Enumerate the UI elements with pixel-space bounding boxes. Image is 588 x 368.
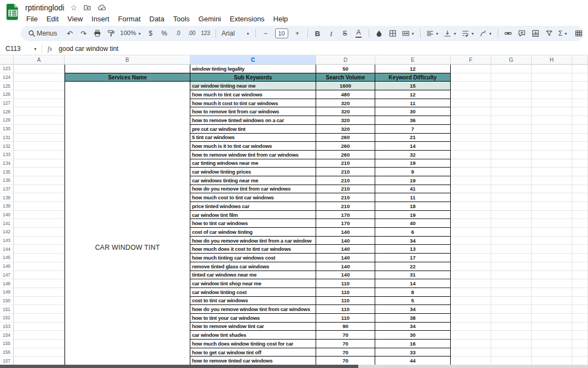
cell-A[interactable] (14, 107, 65, 116)
row-header[interactable]: 135 (0, 168, 14, 176)
cell-keyword[interactable]: how much cost to tint car windows (190, 193, 316, 202)
cell-keyword[interactable]: how to remove tinted windows on a car (190, 116, 316, 125)
cell-G[interactable] (491, 65, 532, 73)
menu-file[interactable]: File (22, 13, 42, 24)
text-color-button[interactable]: A (353, 27, 365, 39)
cell-partial[interactable] (572, 168, 588, 176)
row-header[interactable]: 152 (0, 314, 14, 323)
cell-volume[interactable]: 210 (316, 159, 375, 168)
cell-keyword[interactable]: how to get car window tint off (190, 348, 316, 357)
cell-F[interactable] (451, 340, 491, 348)
row-header[interactable]: 134 (0, 159, 14, 168)
row-header[interactable]: 138 (0, 193, 14, 202)
cell-G[interactable] (491, 262, 532, 271)
cell-G[interactable] (491, 245, 532, 254)
cell-volume[interactable]: 110 (316, 297, 375, 306)
row-header[interactable]: 151 (0, 305, 14, 314)
cell-difficulty[interactable]: 14 (375, 142, 451, 151)
cell-H[interactable] (532, 90, 572, 99)
row-header[interactable]: 131 (0, 134, 14, 142)
row-header[interactable]: 132 (0, 142, 14, 151)
cell-G[interactable] (491, 193, 532, 202)
menu-tools[interactable]: Tools (168, 13, 194, 24)
cell-F[interactable] (451, 357, 491, 365)
cell-F[interactable] (451, 245, 491, 254)
cell-keyword[interactable]: how do you remove window tint from a car… (190, 237, 316, 245)
cell-difficulty[interactable]: 17 (375, 254, 451, 262)
column-header-H[interactable]: H (532, 55, 572, 65)
cell-difficulty[interactable]: 11 (375, 193, 451, 202)
cell-F[interactable] (451, 73, 491, 82)
cell-G[interactable] (491, 340, 532, 348)
cell-services-name-header[interactable]: Services Name (65, 73, 190, 82)
cell-F[interactable] (451, 211, 491, 220)
cell-partial[interactable] (572, 193, 588, 202)
cell-partial[interactable] (572, 340, 588, 348)
cell-keyword[interactable]: how much it cost to tint car windows (190, 99, 316, 108)
cell-A[interactable] (14, 211, 65, 220)
cell-partial[interactable] (572, 271, 588, 280)
row-header[interactable]: 127 (0, 99, 14, 108)
cell-B[interactable] (65, 65, 190, 73)
cell-keyword[interactable]: how much tinting car windows cost (190, 254, 316, 262)
cell-difficulty[interactable]: 36 (375, 116, 451, 125)
menu-data[interactable]: Data (145, 13, 168, 24)
cell-H[interactable] (532, 305, 572, 314)
cell-partial[interactable] (572, 142, 588, 151)
row-header[interactable]: 126 (0, 90, 14, 99)
row-header[interactable]: 141 (0, 219, 14, 228)
cell-volume[interactable]: 140 (316, 228, 375, 237)
cell-H[interactable] (532, 185, 572, 194)
cell-partial[interactable] (572, 245, 588, 254)
cell-partial[interactable] (572, 314, 588, 323)
cell-partial[interactable] (572, 219, 588, 228)
cell-volume[interactable]: 260 (316, 134, 375, 142)
menu-view[interactable]: View (63, 13, 87, 24)
cell-partial[interactable] (572, 176, 588, 185)
increase-font-size-button[interactable]: + (292, 27, 304, 39)
cell-G[interactable] (491, 99, 532, 108)
cell-partial[interactable] (572, 262, 588, 271)
row-header[interactable]: 144 (0, 245, 14, 254)
cell-H[interactable] (532, 193, 572, 202)
cell-keyword[interactable]: price tinted windows car (190, 202, 316, 211)
cell-G[interactable] (491, 254, 532, 262)
cell-volume[interactable]: 110 (316, 279, 375, 288)
cell-volume[interactable]: 320 (316, 116, 375, 125)
cell-A[interactable] (14, 288, 65, 297)
format-percent-button[interactable]: % (158, 27, 170, 39)
cell-F[interactable] (451, 297, 491, 306)
cell-F[interactable] (451, 279, 491, 288)
cell-volume[interactable]: 210 (316, 202, 375, 211)
borders-button[interactable] (387, 27, 399, 39)
cell-difficulty[interactable]: 14 (375, 279, 451, 288)
merged-service-cell[interactable]: CAR WINDOW TINT (65, 82, 190, 368)
text-wrap-button[interactable]: ▼ (460, 27, 476, 39)
cell-volume[interactable]: 260 (316, 151, 375, 159)
cell-difficulty[interactable]: 18 (375, 202, 451, 211)
cell-difficulty[interactable]: 6 (375, 228, 451, 237)
fill-color-button[interactable] (373, 27, 385, 39)
cell-G[interactable] (491, 237, 532, 245)
cell-A[interactable] (14, 99, 65, 108)
row-header[interactable]: 140 (0, 211, 14, 220)
row-header[interactable]: 128 (0, 107, 14, 116)
cell-G[interactable] (491, 305, 532, 314)
cell-volume[interactable]: 210 (316, 168, 375, 176)
cell-keyword[interactable]: how to remove window tint car (190, 323, 316, 331)
cell-keyword[interactable]: remove tinted glass car windows (190, 262, 316, 271)
cell-G[interactable] (491, 107, 532, 116)
cell-F[interactable] (451, 348, 491, 357)
cell-volume[interactable]: 140 (316, 237, 375, 245)
cell-A[interactable] (14, 348, 65, 357)
cell-A[interactable] (14, 185, 65, 194)
cell-F[interactable] (451, 323, 491, 331)
menu-insert[interactable]: Insert (87, 13, 114, 24)
cell-difficulty[interactable]: 34 (375, 237, 451, 245)
cell-G[interactable] (491, 357, 532, 365)
cell-A[interactable] (14, 228, 65, 237)
cell-keyword[interactable]: pre cut car window tint (190, 125, 316, 134)
cell-G[interactable] (491, 331, 532, 340)
cell-A[interactable] (14, 202, 65, 211)
merge-cells-button[interactable]: ▼ (400, 27, 416, 39)
